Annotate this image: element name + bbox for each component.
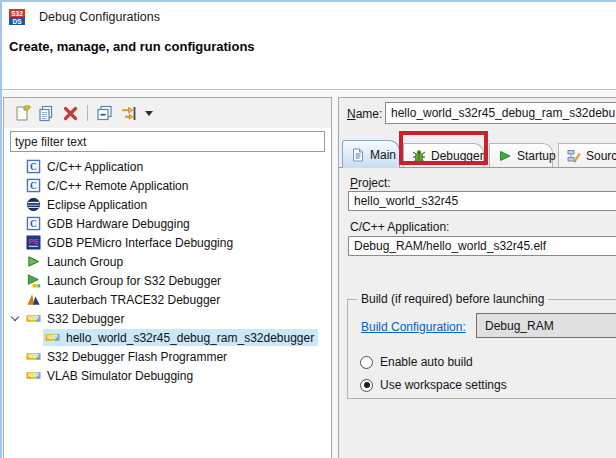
duplicate-configuration-button[interactable] xyxy=(37,104,55,122)
tree-item-s32-debugger[interactable]: NXP S32 Debugger xyxy=(5,309,330,328)
window-frame-left xyxy=(0,0,2,458)
startup-play-icon xyxy=(498,149,512,163)
c-application-icon: C xyxy=(26,216,41,231)
build-configuration-link[interactable]: Build Configuration: xyxy=(361,320,466,334)
nxp-icon: NXP xyxy=(26,368,41,383)
chevron-down-icon xyxy=(145,111,153,116)
tree-item-cpp-application[interactable]: C C/C++ Application xyxy=(5,157,330,176)
tree-item-cpp-remote-application[interactable]: C C/C++ Remote Application xyxy=(5,176,330,195)
tree-item-label: Launch Group xyxy=(47,255,123,269)
tab-label: Main xyxy=(370,148,396,162)
collapse-all-button[interactable] xyxy=(95,104,113,122)
radio-selected-icon xyxy=(360,379,373,392)
new-configuration-button[interactable] xyxy=(13,104,31,122)
expander-chevron-down-icon[interactable] xyxy=(11,313,19,321)
lauterbach-icon xyxy=(26,292,41,307)
window-frame-top xyxy=(0,0,616,2)
eclipse-icon xyxy=(26,197,41,212)
configurations-panel: C C/C++ Application C C/C++ Remote Appli… xyxy=(3,97,332,458)
enable-auto-build-radio[interactable]: Enable auto build xyxy=(360,355,473,369)
nxp-icon: NXP xyxy=(45,330,60,345)
nxp-icon: NXP xyxy=(26,311,41,326)
pemicro-icon: PE xyxy=(26,235,41,250)
tab-source[interactable]: Source xyxy=(558,143,616,168)
tree-item-label: hello_world_s32r45_debug_ram_s32debugger xyxy=(66,331,314,345)
configurations-tree: C C/C++ Application C C/C++ Remote Appli… xyxy=(5,157,330,457)
c-application-icon: C xyxy=(26,178,41,193)
svg-text:NXP: NXP xyxy=(28,372,39,378)
tree-item-label: Launch Group for S32 Debugger xyxy=(47,274,221,288)
debugger-tab-highlight-annotation xyxy=(399,131,488,165)
use-workspace-settings-radio[interactable]: Use workspace settings xyxy=(360,378,507,392)
dialog-body: C C/C++ Application C C/C++ Remote Appli… xyxy=(0,91,616,458)
tab-label: Source xyxy=(586,149,616,163)
tree-item-gdb-pemicro[interactable]: PE GDB PEMicro Interface Debugging xyxy=(5,233,330,252)
dialog-header: S32 DS Debug Configurations Create, mana… xyxy=(2,2,616,90)
tree-item-label: VLAB Simulator Debugging xyxy=(47,369,193,383)
name-input[interactable] xyxy=(385,102,616,124)
configuration-detail-panel: Name: Main Debugger Startup xyxy=(338,97,616,458)
tab-label: Startup xyxy=(517,149,556,163)
source-lookup-icon xyxy=(567,149,581,163)
svg-text:PE: PE xyxy=(28,237,38,246)
main-tab-document-icon xyxy=(351,148,365,162)
filter-configurations-button[interactable] xyxy=(119,104,137,122)
combo-value: Debug_RAM xyxy=(485,319,554,333)
tree-item-s32-flash-programmer[interactable]: NXP S32 Debugger Flash Programmer xyxy=(5,347,330,366)
tab-startup[interactable]: Startup xyxy=(489,143,553,168)
svg-text:S32: S32 xyxy=(11,10,23,17)
s32ds-app-icon: S32 DS xyxy=(8,8,26,26)
tree-item-eclipse-application[interactable]: Eclipse Application xyxy=(5,195,330,214)
cpp-application-input[interactable] xyxy=(348,236,616,256)
filter-input[interactable] xyxy=(10,131,325,152)
tree-item-label: GDB Hardware Debugging xyxy=(47,217,190,231)
tree-item-label: S32 Debugger xyxy=(47,312,124,326)
build-group-title: Build (if required) before launching xyxy=(357,292,548,306)
tree-item-hello-world-config[interactable]: NXP hello_world_s32r45_debug_ram_s32debu… xyxy=(5,328,330,347)
svg-text:C: C xyxy=(30,162,37,172)
project-label: Project: xyxy=(350,176,391,190)
name-label: Name: xyxy=(347,107,382,121)
tree-item-vlab-simulator[interactable]: NXP VLAB Simulator Debugging xyxy=(5,366,330,385)
radio-label: Enable auto build xyxy=(380,355,473,369)
tree-item-label: C/C++ Remote Application xyxy=(47,179,188,193)
configurations-toolbar xyxy=(4,98,331,128)
tree-item-launch-group[interactable]: Launch Group xyxy=(5,252,330,271)
svg-text:NXP: NXP xyxy=(47,334,58,340)
svg-text:NXP: NXP xyxy=(28,353,39,359)
toolbar-menu-dropdown[interactable] xyxy=(143,104,153,122)
tree-item-launch-group-s32[interactable]: Launch Group for S32 Debugger xyxy=(5,271,330,290)
tree-item-label: C/C++ Application xyxy=(47,160,143,174)
radio-unselected-icon xyxy=(360,356,373,369)
launch-group-icon xyxy=(26,254,41,269)
toolbar-separator xyxy=(87,105,88,121)
svg-text:C: C xyxy=(30,219,37,229)
delete-configuration-button[interactable] xyxy=(61,104,79,122)
cpp-application-label: C/C++ Application: xyxy=(350,220,449,234)
build-configuration-combo[interactable]: Debug_RAM xyxy=(476,313,616,338)
tree-item-label: Lauterbach TRACE32 Debugger xyxy=(47,293,220,307)
nxp-icon: NXP xyxy=(26,349,41,364)
svg-text:NXP: NXP xyxy=(28,315,39,321)
svg-text:DS: DS xyxy=(12,18,22,25)
tree-selection-highlight: NXP hello_world_s32r45_debug_ram_s32debu… xyxy=(43,329,318,346)
tab-main[interactable]: Main xyxy=(342,140,400,168)
tree-item-lauterbach[interactable]: Lauterbach TRACE32 Debugger xyxy=(5,290,330,309)
tree-item-gdb-hardware-debugging[interactable]: C GDB Hardware Debugging xyxy=(5,214,330,233)
c-application-icon: C xyxy=(26,159,41,174)
dialog-subtitle: Create, manage, and run configurations xyxy=(9,39,255,54)
launch-group-nxp-icon xyxy=(26,273,41,288)
build-before-launch-group: Build (if required) before launching Bui… xyxy=(347,299,616,399)
tree-item-label: GDB PEMicro Interface Debugging xyxy=(47,236,233,250)
project-input[interactable] xyxy=(348,191,616,211)
dialog-title: Debug Configurations xyxy=(39,10,160,24)
tree-item-label: Eclipse Application xyxy=(47,198,147,212)
svg-text:C: C xyxy=(30,181,37,191)
tree-item-label: S32 Debugger Flash Programmer xyxy=(47,350,227,364)
titlebar: S32 DS Debug Configurations xyxy=(8,8,160,26)
radio-label: Use workspace settings xyxy=(380,378,507,392)
